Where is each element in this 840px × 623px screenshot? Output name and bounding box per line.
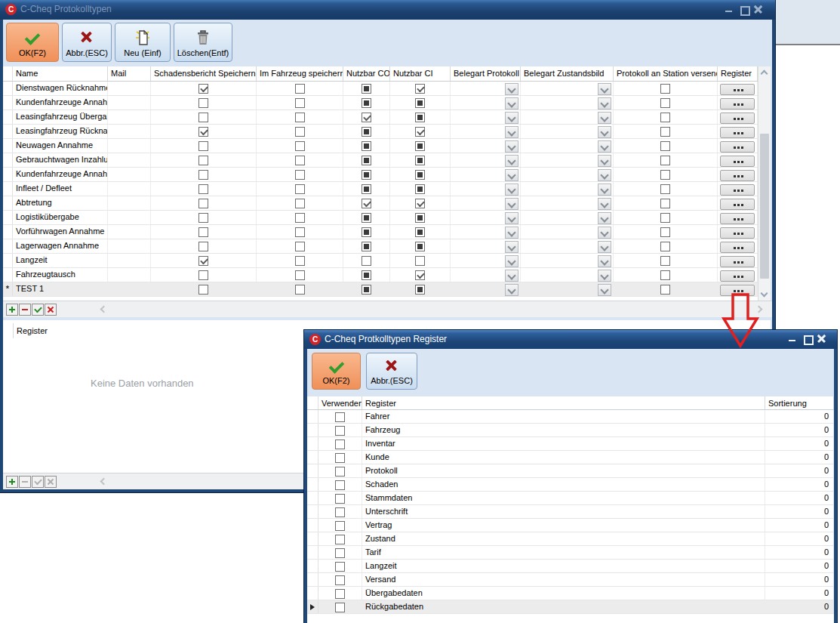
checkbox-protokoll_an_station[interactable] xyxy=(660,270,670,280)
remove-row-button[interactable] xyxy=(19,304,31,316)
checkbox-protokoll_an_station[interactable] xyxy=(660,199,670,208)
register-ellipsis-button[interactable] xyxy=(720,213,755,224)
checkbox-verwendet[interactable] xyxy=(335,603,345,612)
checkbox-verwendet[interactable] xyxy=(335,426,345,436)
column-header-register[interactable]: Register xyxy=(362,396,765,409)
column-header-belegart-zustandsbild[interactable]: Belegart Zustandsbild xyxy=(521,66,614,81)
checkbox-im_fahrzeug_speichern[interactable] xyxy=(295,170,305,180)
checkbox-im_fahrzeug_speichern[interactable] xyxy=(295,199,305,208)
checkbox-verwendet[interactable] xyxy=(335,494,345,504)
detail-column-header[interactable]: Register xyxy=(17,326,48,335)
checkbox-schadensbericht_speichern[interactable] xyxy=(198,242,208,251)
checkbox-nutzbar_ci[interactable] xyxy=(415,170,425,180)
checkbox-protokoll_an_station[interactable] xyxy=(660,256,670,266)
checkbox-im_fahrzeug_speichern[interactable] xyxy=(295,242,305,251)
checkbox-schadensbericht_speichern[interactable] xyxy=(198,199,208,208)
table-row[interactable]: Langzeit0 xyxy=(307,560,834,573)
checkbox-verwendet[interactable] xyxy=(335,535,345,544)
column-header-register[interactable]: Register xyxy=(718,66,758,81)
dropdown-belegart_zustandsbild[interactable] xyxy=(598,169,611,181)
checkbox-im_fahrzeug_speichern[interactable] xyxy=(295,98,305,108)
checkbox-im_fahrzeug_speichern[interactable] xyxy=(295,285,305,295)
checkbox-protokoll_an_station[interactable] xyxy=(660,227,670,237)
checkbox-schadensbericht_speichern[interactable] xyxy=(198,127,208,137)
table-row[interactable]: Inventar0 xyxy=(307,437,834,451)
checkbox-nutzbar_co[interactable] xyxy=(362,242,371,251)
cancel-button[interactable]: Abbr.(ESC) xyxy=(366,353,417,390)
checkbox-nutzbar_ci[interactable] xyxy=(415,141,425,151)
vertical-scrollbar[interactable] xyxy=(758,66,771,301)
column-header-belegart-protokoll[interactable]: Belegart Protokoll xyxy=(451,66,521,81)
dropdown-belegart_protokoll[interactable] xyxy=(505,97,518,109)
dropdown-belegart_zustandsbild[interactable] xyxy=(598,284,611,296)
table-row[interactable]: Zustand0 xyxy=(307,532,834,546)
checkbox-nutzbar_co[interactable] xyxy=(362,270,371,280)
checkbox-schadensbericht_speichern[interactable] xyxy=(198,156,208,165)
checkbox-nutzbar_co[interactable] xyxy=(362,184,371,194)
column-header-mail[interactable]: Mail xyxy=(108,66,151,81)
dropdown-belegart_zustandsbild[interactable] xyxy=(598,212,611,224)
checkbox-protokoll_an_station[interactable] xyxy=(660,156,670,165)
checkbox-schadensbericht_speichern[interactable] xyxy=(198,98,208,108)
checkbox-protokoll_an_station[interactable] xyxy=(660,113,670,122)
cancel-row-button[interactable] xyxy=(45,304,57,316)
checkbox-im_fahrzeug_speichern[interactable] xyxy=(295,227,305,237)
checkbox-schadensbericht_speichern[interactable] xyxy=(198,113,208,122)
table-row[interactable]: Versand0 xyxy=(307,573,834,587)
table-row[interactable]: Vorführwagen Annahme xyxy=(3,225,771,239)
checkbox-protokoll_an_station[interactable] xyxy=(660,141,670,151)
checkbox-nutzbar_ci[interactable] xyxy=(415,113,425,122)
checkbox-nutzbar_ci[interactable] xyxy=(415,213,425,223)
table-row[interactable]: Schaden0 xyxy=(307,478,834,492)
checkbox-protokoll_an_station[interactable] xyxy=(660,84,670,94)
checkbox-nutzbar_co[interactable] xyxy=(362,156,371,165)
register-ellipsis-button[interactable] xyxy=(720,227,755,239)
checkbox-nutzbar_co[interactable] xyxy=(362,170,371,180)
checkbox-im_fahrzeug_speichern[interactable] xyxy=(295,141,305,151)
column-header-sortierung[interactable]: Sortierung xyxy=(765,396,834,409)
dropdown-belegart_zustandsbild[interactable] xyxy=(598,270,611,282)
checkbox-schadensbericht_speichern[interactable] xyxy=(198,227,208,237)
dropdown-belegart_zustandsbild[interactable] xyxy=(598,227,611,239)
checkbox-verwendet[interactable] xyxy=(335,412,345,422)
checkbox-protokoll_an_station[interactable] xyxy=(660,184,670,194)
dropdown-belegart_zustandsbild[interactable] xyxy=(598,155,611,167)
table-row[interactable]: Fahrzeug0 xyxy=(307,424,834,437)
checkbox-schadensbericht_speichern[interactable] xyxy=(198,270,208,280)
column-header-protokoll-an-station-versenden[interactable]: Protokoll an Station versenden xyxy=(614,66,718,81)
detail-remove-row-button[interactable] xyxy=(19,476,31,488)
checkbox-schadensbericht_speichern[interactable] xyxy=(198,213,208,223)
dropdown-belegart_zustandsbild[interactable] xyxy=(598,112,611,124)
dropdown-belegart_protokoll[interactable] xyxy=(505,184,518,196)
checkbox-verwendet[interactable] xyxy=(335,589,345,599)
checkbox-verwendet[interactable] xyxy=(335,467,345,477)
checkbox-nutzbar_ci[interactable] xyxy=(415,242,425,251)
checkbox-im_fahrzeug_speichern[interactable] xyxy=(295,84,305,94)
dropdown-belegart_protokoll[interactable] xyxy=(505,155,518,167)
table-row[interactable]: Protokoll0 xyxy=(307,464,834,478)
checkbox-nutzbar_co[interactable] xyxy=(362,227,371,237)
cancel-button[interactable]: Abbr.(ESC) xyxy=(62,23,112,62)
register-ellipsis-button[interactable] xyxy=(720,199,755,210)
detail-add-row-button[interactable] xyxy=(6,476,18,488)
table-row[interactable]: Infleet / Defleet xyxy=(3,182,771,196)
checkbox-schadensbericht_speichern[interactable] xyxy=(198,141,208,151)
checkbox-nutzbar_ci[interactable] xyxy=(415,98,425,108)
checkbox-nutzbar_co[interactable] xyxy=(362,84,371,94)
checkbox-schadensbericht_speichern[interactable] xyxy=(198,256,208,266)
checkbox-im_fahrzeug_speichern[interactable] xyxy=(295,256,305,266)
column-header-name[interactable]: Name xyxy=(13,66,108,81)
checkbox-verwendet[interactable] xyxy=(335,575,345,585)
checkbox-verwendet[interactable] xyxy=(335,480,345,490)
checkbox-nutzbar_co[interactable] xyxy=(362,285,371,295)
checkbox-protokoll_an_station[interactable] xyxy=(660,242,670,251)
table-row[interactable]: Gebrauchtwagen Inzahlung xyxy=(3,153,771,168)
close-icon[interactable] xyxy=(817,334,828,344)
table-row[interactable]: Kundenfahrzeuge Annahme xyxy=(3,168,771,182)
table-row[interactable]: Rückgabedaten0 xyxy=(307,600,834,614)
delete-button[interactable]: Löschen(Entf) xyxy=(174,23,232,62)
register-ellipsis-button[interactable] xyxy=(720,141,755,153)
checkbox-im_fahrzeug_speichern[interactable] xyxy=(295,127,305,137)
column-header-nutzbar-co[interactable]: Nutzbar CO xyxy=(343,66,390,81)
checkbox-verwendet[interactable] xyxy=(335,439,345,449)
